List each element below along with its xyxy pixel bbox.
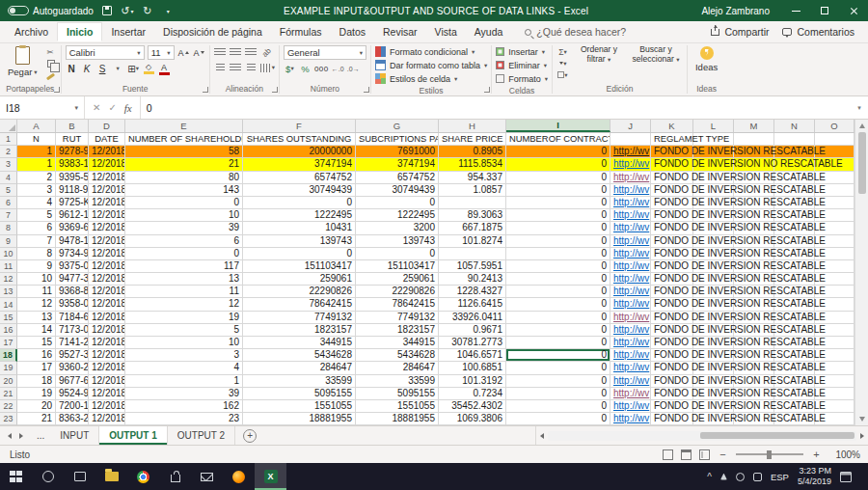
sheet-tab-output2[interactable]: OUTPUT 2: [168, 426, 235, 445]
tab-ayuda[interactable]: Ayuda: [466, 23, 512, 41]
tray-onedrive-icon[interactable]: [720, 474, 727, 480]
cell-G18[interactable]: 5434628: [356, 349, 439, 362]
cell-I11[interactable]: 0: [506, 260, 610, 273]
hyperlink-J18[interactable]: http://wv: [610, 349, 651, 362]
row-header-1[interactable]: 1: [0, 133, 17, 146]
cell-K15[interactable]: FONDO DE INVERSION RESCATABLE: [651, 312, 693, 324]
cell-E6[interactable]: 0: [125, 197, 243, 209]
cell-D17[interactable]: 12/2018: [89, 337, 125, 349]
task-view-button[interactable]: [64, 463, 95, 490]
cell-D10[interactable]: 12/2018: [89, 248, 125, 260]
hyperlink-J11[interactable]: http://wv: [610, 260, 651, 273]
cell-styles-button[interactable]: Estilos de celda▾: [375, 72, 457, 85]
cell-E4[interactable]: 80: [125, 172, 243, 184]
column-header-e[interactable]: E: [125, 120, 243, 132]
cell-K23[interactable]: FONDO DE INVERSION RESCATABLE: [651, 413, 693, 425]
cell-A2[interactable]: 1: [17, 146, 56, 158]
cell-H9[interactable]: 101.8274: [439, 235, 506, 248]
cell-H15[interactable]: 33926.0411: [439, 312, 506, 324]
decrease-decimal-button[interactable]: .0→: [347, 62, 360, 75]
row-header-23[interactable]: 23: [0, 413, 17, 425]
cell-A9[interactable]: 7: [17, 235, 56, 248]
hyperlink-J12[interactable]: http://wv: [610, 273, 651, 286]
cell-K20[interactable]: FONDO DE INVERSION RESCATABLE: [651, 375, 693, 388]
row-header-7[interactable]: 7: [0, 209, 17, 222]
dialog-launcher-icon[interactable]: [272, 87, 278, 93]
cell-E17[interactable]: 10: [125, 337, 243, 349]
close-button[interactable]: [839, 0, 868, 21]
cell-A14[interactable]: 12: [17, 298, 56, 311]
cell-F14[interactable]: 78642415: [243, 298, 356, 311]
column-header-l[interactable]: L: [693, 120, 734, 132]
cell-G6[interactable]: 0: [356, 197, 439, 209]
page-break-view-button[interactable]: [699, 449, 710, 460]
cell-B7[interactable]: 9612-1: [56, 209, 89, 222]
align-bottom-button[interactable]: [245, 45, 258, 59]
cell-K7[interactable]: FONDO DE INVERSION RESCATABLE: [651, 209, 693, 222]
row-header-21[interactable]: 21: [0, 388, 17, 400]
row-header-11[interactable]: 11: [0, 260, 17, 273]
chrome-button[interactable]: [127, 463, 159, 490]
hyperlink-J16[interactable]: http://wv: [610, 324, 651, 337]
column-header-d[interactable]: D: [89, 120, 125, 132]
cut-icon[interactable]: ✂: [44, 46, 57, 57]
cell-B17[interactable]: 7141-2: [56, 337, 89, 349]
scroll-right-icon[interactable]: [860, 433, 864, 439]
borders-button[interactable]: ⊞▾: [127, 62, 140, 75]
cell-G10[interactable]: 0: [356, 248, 439, 260]
cell-F5[interactable]: 30749439: [243, 184, 356, 197]
cell-K18[interactable]: FONDO DE INVERSION RESCATABLE: [651, 349, 693, 362]
cell-K12[interactable]: FONDO DE INVERSION RESCATABLE: [651, 273, 693, 286]
comments-button[interactable]: Comentarios: [782, 26, 854, 38]
fill-color-button[interactable]: ◇: [143, 62, 155, 75]
sort-filter-button[interactable]: Ordenar y filtrar ▾: [572, 45, 626, 65]
cell-A1[interactable]: N: [17, 133, 56, 146]
next-sheet-icon[interactable]: [19, 433, 23, 439]
cell-F6[interactable]: 0: [243, 197, 356, 209]
row-header-5[interactable]: 5: [0, 184, 17, 197]
row-header-9[interactable]: 9: [0, 235, 17, 248]
cell-G23[interactable]: 18881955: [356, 413, 439, 425]
font-name-select[interactable]: Calibri▾: [66, 45, 145, 60]
column-header-k[interactable]: K: [651, 120, 693, 132]
cell-B23[interactable]: 8363-2: [56, 413, 89, 425]
format-as-table-button[interactable]: Dar formato como tabla▾: [375, 59, 487, 71]
row-header-4[interactable]: 4: [0, 172, 17, 184]
cell-G2[interactable]: 7691000: [356, 146, 439, 158]
hyperlink-J10[interactable]: http://wv: [610, 248, 651, 260]
cell-K5[interactable]: FONDO DE INVERSION RESCATABLE: [651, 184, 693, 197]
cell-E15[interactable]: 19: [125, 312, 243, 324]
cell-G19[interactable]: 284647: [356, 362, 439, 374]
cell-B13[interactable]: 9368-8: [56, 286, 89, 298]
cell-E2[interactable]: 58: [125, 146, 243, 158]
cell-B2[interactable]: 9278-9: [56, 146, 89, 158]
cell-H2[interactable]: 0.8905: [439, 146, 506, 158]
tab-archivo[interactable]: Archivo: [6, 23, 57, 41]
row-header-2[interactable]: 2: [0, 146, 17, 158]
cell-I5[interactable]: 0: [506, 184, 610, 197]
cell-H21[interactable]: 0.7234: [439, 388, 506, 400]
cell-H10[interactable]: [439, 248, 506, 260]
increase-decimal-button[interactable]: ←.0: [332, 62, 344, 75]
cell-A15[interactable]: 13: [17, 312, 56, 324]
row-header-20[interactable]: 20: [0, 375, 17, 388]
name-box[interactable]: I18 ▾: [0, 96, 85, 119]
minimize-button[interactable]: [781, 0, 810, 21]
vertical-scroll-thumb[interactable]: [858, 132, 866, 194]
cell-F15[interactable]: 7749132: [243, 312, 356, 324]
conditional-formatting-button[interactable]: Formato condicional▾: [375, 45, 475, 58]
cell-F22[interactable]: 1551055: [243, 400, 356, 413]
cell-G20[interactable]: 33599: [356, 375, 439, 388]
notification-center-button[interactable]: [840, 472, 852, 482]
zoom-out-button[interactable]: −: [718, 449, 728, 460]
increase-font-button[interactable]: A: [177, 46, 190, 60]
tell-me-search[interactable]: ¿Qué desea hacer?: [525, 26, 626, 38]
cell-E3[interactable]: 21: [125, 158, 243, 171]
copy-icon[interactable]: [44, 58, 57, 68]
cell-H18[interactable]: 1046.6571: [439, 349, 506, 362]
cell-K11[interactable]: FONDO DE INVERSION RESCATABLE: [651, 260, 693, 273]
cell-F1[interactable]: SHARES OUTSTANDING: [243, 133, 356, 146]
currency-button[interactable]: $▾: [284, 62, 296, 75]
dialog-launcher-icon[interactable]: [54, 87, 60, 93]
hyperlink-J8[interactable]: http://wv: [610, 222, 651, 234]
